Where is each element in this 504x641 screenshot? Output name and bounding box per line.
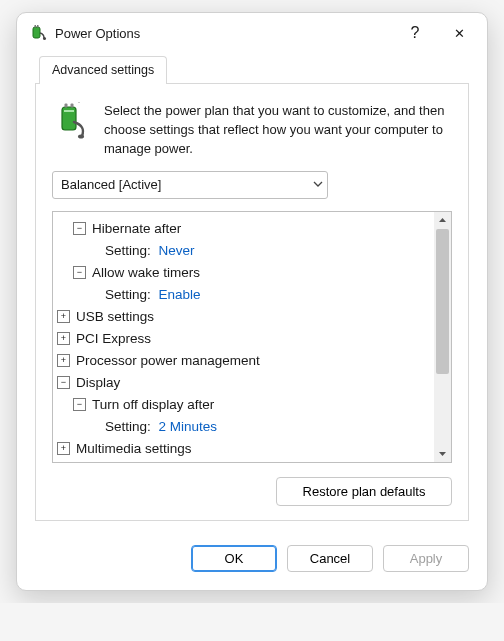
setting-value: Never	[159, 240, 195, 262]
help-icon: ?	[411, 24, 420, 42]
tree-label: Turn off display after	[92, 394, 214, 416]
tree-node-hibernate-after[interactable]: − Hibernate after	[57, 218, 447, 240]
scroll-track[interactable]	[434, 229, 451, 445]
tree-setting-turn-off-display[interactable]: Setting: 2 Minutes	[57, 416, 447, 438]
svg-rect-0	[33, 27, 40, 38]
dialog-button-bar: OK Cancel Apply	[17, 531, 487, 590]
tab-row: Advanced settings	[35, 55, 469, 84]
power-plan-select[interactable]: Balanced [Active]	[52, 171, 328, 199]
svg-rect-2	[37, 25, 39, 28]
collapse-icon[interactable]: −	[73, 222, 86, 235]
help-button[interactable]: ?	[393, 17, 437, 49]
apply-button[interactable]: Apply	[383, 545, 469, 572]
restore-row: Restore plan defaults	[52, 475, 452, 506]
tree-setting-allow-wake-timers[interactable]: Setting: Enable	[57, 284, 447, 306]
intro-row: Select the power plan that you want to c…	[52, 102, 452, 159]
tree-label: Multimedia settings	[76, 438, 192, 460]
scroll-down-icon[interactable]	[434, 445, 451, 462]
tree-node-usb-settings[interactable]: + USB settings	[57, 306, 447, 328]
close-icon: ✕	[454, 26, 465, 41]
setting-value: Enable	[159, 284, 201, 306]
tree-label: Allow wake timers	[92, 262, 200, 284]
setting-label: Setting:	[105, 416, 151, 438]
setting-label: Setting:	[105, 284, 151, 306]
tree-label: PCI Express	[76, 328, 151, 350]
tree-node-multimedia[interactable]: + Multimedia settings	[57, 438, 447, 460]
svg-point-3	[43, 37, 46, 40]
expand-icon[interactable]: +	[57, 442, 70, 455]
intro-text: Select the power plan that you want to c…	[104, 102, 452, 159]
battery-plug-icon	[52, 102, 92, 142]
tab-content: Select the power plan that you want to c…	[35, 84, 469, 521]
power-options-icon	[29, 24, 47, 42]
title-bar: Power Options ? ✕	[17, 13, 487, 53]
dialog-body: Advanced settings Select the power plan …	[17, 55, 487, 531]
tree-setting-hibernate-after[interactable]: Setting: Never	[57, 240, 447, 262]
tree-label: Hibernate after	[92, 218, 181, 240]
svg-rect-7	[64, 110, 74, 112]
svg-rect-5	[65, 104, 68, 108]
cancel-button[interactable]: Cancel	[287, 545, 373, 572]
svg-point-8	[78, 135, 84, 139]
power-plan-selected-label: Balanced [Active]	[61, 177, 161, 192]
expand-icon[interactable]: +	[57, 332, 70, 345]
power-options-dialog: Power Options ? ✕ Advanced settings	[16, 12, 488, 591]
tree-label: Processor power management	[76, 350, 260, 372]
window-title: Power Options	[55, 26, 393, 41]
restore-plan-defaults-button[interactable]: Restore plan defaults	[276, 477, 452, 506]
tree-node-pci-express[interactable]: + PCI Express	[57, 328, 447, 350]
svg-rect-1	[35, 25, 37, 28]
settings-tree: − Hibernate after Setting: Never − Allow…	[52, 211, 452, 463]
collapse-icon[interactable]: −	[73, 266, 86, 279]
scroll-thumb[interactable]	[436, 229, 449, 374]
ok-button[interactable]: OK	[191, 545, 277, 572]
collapse-icon[interactable]: −	[57, 376, 70, 389]
tree-node-processor-pm[interactable]: + Processor power management	[57, 350, 447, 372]
tree-label: USB settings	[76, 306, 154, 328]
tree-node-turn-off-display[interactable]: − Turn off display after	[57, 394, 447, 416]
tree-scrollbar[interactable]	[434, 212, 451, 462]
scroll-up-icon[interactable]	[434, 212, 451, 229]
tree-node-display[interactable]: − Display	[57, 372, 447, 394]
setting-value: 2 Minutes	[159, 416, 218, 438]
tab-advanced-settings[interactable]: Advanced settings	[39, 56, 167, 84]
svg-rect-9	[78, 102, 80, 103]
collapse-icon[interactable]: −	[73, 398, 86, 411]
svg-rect-6	[71, 104, 74, 108]
close-button[interactable]: ✕	[437, 17, 481, 49]
expand-icon[interactable]: +	[57, 310, 70, 323]
setting-label: Setting:	[105, 240, 151, 262]
tree-node-allow-wake-timers[interactable]: − Allow wake timers	[57, 262, 447, 284]
tree-label: Display	[76, 372, 120, 394]
expand-icon[interactable]: +	[57, 354, 70, 367]
chevron-down-icon	[313, 177, 323, 192]
